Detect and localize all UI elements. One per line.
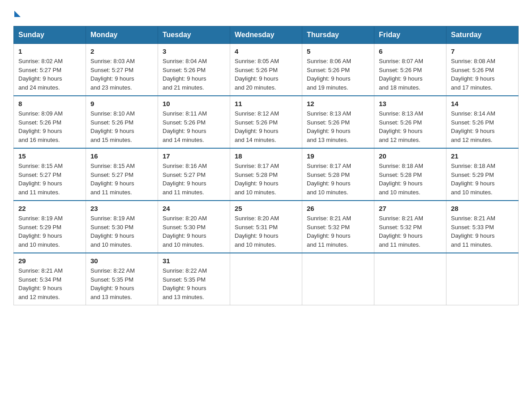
day-number: 21 — [451, 152, 514, 160]
day-info: Sunrise: 8:22 AM Sunset: 5:35 PM Dayligh… — [163, 266, 225, 301]
day-number: 26 — [307, 205, 369, 212]
day-number: 22 — [18, 205, 81, 212]
day-number: 14 — [451, 100, 514, 107]
day-info: Sunrise: 8:09 AM Sunset: 5:26 PM Dayligh… — [18, 109, 81, 144]
day-info: Sunrise: 8:21 AM Sunset: 5:32 PM Dayligh… — [379, 214, 442, 249]
logo — [13, 9, 21, 17]
day-number: 24 — [163, 205, 225, 212]
calendar-cell: 26 Sunrise: 8:21 AM Sunset: 5:32 PM Dayl… — [302, 201, 374, 253]
calendar-cell: 3 Sunrise: 8:04 AM Sunset: 5:26 PM Dayli… — [158, 44, 230, 96]
day-info: Sunrise: 8:19 AM Sunset: 5:29 PM Dayligh… — [18, 214, 81, 249]
day-number: 16 — [90, 152, 153, 160]
day-info: Sunrise: 8:07 AM Sunset: 5:26 PM Dayligh… — [379, 57, 442, 92]
calendar-cell: 8 Sunrise: 8:09 AM Sunset: 5:26 PM Dayli… — [14, 96, 86, 148]
day-info: Sunrise: 8:06 AM Sunset: 5:26 PM Dayligh… — [307, 57, 369, 92]
logo-arrow-icon — [14, 11, 21, 17]
header-row: SundayMondayTuesdayWednesdayThursdayFrid… — [14, 26, 519, 44]
calendar-cell: 12 Sunrise: 8:13 AM Sunset: 5:26 PM Dayl… — [302, 96, 374, 148]
calendar-cell: 29 Sunrise: 8:21 AM Sunset: 5:34 PM Dayl… — [14, 253, 86, 305]
calendar-body: 1 Sunrise: 8:02 AM Sunset: 5:27 PM Dayli… — [14, 44, 519, 305]
week-row-4: 22 Sunrise: 8:19 AM Sunset: 5:29 PM Dayl… — [14, 201, 519, 253]
calendar-cell: 22 Sunrise: 8:19 AM Sunset: 5:29 PM Dayl… — [14, 201, 86, 253]
header-friday: Friday — [374, 26, 446, 44]
day-info: Sunrise: 8:15 AM Sunset: 5:27 PM Dayligh… — [90, 162, 153, 197]
day-number: 28 — [451, 205, 514, 212]
day-info: Sunrise: 8:21 AM Sunset: 5:33 PM Dayligh… — [451, 214, 514, 249]
header-thursday: Thursday — [302, 26, 374, 44]
day-info: Sunrise: 8:15 AM Sunset: 5:27 PM Dayligh… — [18, 162, 81, 197]
header-monday: Monday — [86, 26, 158, 44]
day-info: Sunrise: 8:20 AM Sunset: 5:31 PM Dayligh… — [235, 214, 297, 249]
day-info: Sunrise: 8:21 AM Sunset: 5:32 PM Dayligh… — [307, 214, 369, 249]
day-number: 29 — [18, 257, 81, 265]
day-number: 4 — [235, 47, 297, 55]
day-number: 10 — [163, 100, 225, 107]
day-info: Sunrise: 8:17 AM Sunset: 5:28 PM Dayligh… — [235, 162, 297, 197]
day-number: 7 — [451, 47, 514, 55]
calendar-cell: 25 Sunrise: 8:20 AM Sunset: 5:31 PM Dayl… — [230, 201, 302, 253]
week-row-3: 15 Sunrise: 8:15 AM Sunset: 5:27 PM Dayl… — [14, 148, 519, 201]
header-saturday: Saturday — [446, 26, 519, 44]
day-info: Sunrise: 8:18 AM Sunset: 5:29 PM Dayligh… — [451, 162, 514, 197]
calendar-cell: 21 Sunrise: 8:18 AM Sunset: 5:29 PM Dayl… — [446, 148, 519, 201]
day-number: 30 — [90, 257, 153, 265]
day-number: 19 — [307, 152, 369, 160]
day-info: Sunrise: 8:18 AM Sunset: 5:28 PM Dayligh… — [379, 162, 442, 197]
calendar-cell: 20 Sunrise: 8:18 AM Sunset: 5:28 PM Dayl… — [374, 148, 446, 201]
day-number: 9 — [90, 100, 153, 107]
calendar-cell: 7 Sunrise: 8:08 AM Sunset: 5:26 PM Dayli… — [446, 44, 519, 96]
day-number: 27 — [379, 205, 442, 212]
day-number: 1 — [18, 47, 81, 55]
day-number: 18 — [235, 152, 297, 160]
day-number: 13 — [379, 100, 442, 107]
day-info: Sunrise: 8:11 AM Sunset: 5:26 PM Dayligh… — [163, 109, 225, 144]
calendar-cell: 5 Sunrise: 8:06 AM Sunset: 5:26 PM Dayli… — [302, 44, 374, 96]
week-row-2: 8 Sunrise: 8:09 AM Sunset: 5:26 PM Dayli… — [14, 96, 519, 148]
day-number: 31 — [163, 257, 225, 265]
day-number: 25 — [235, 205, 297, 212]
day-info: Sunrise: 8:02 AM Sunset: 5:27 PM Dayligh… — [18, 57, 81, 92]
calendar-cell: 15 Sunrise: 8:15 AM Sunset: 5:27 PM Dayl… — [14, 148, 86, 201]
calendar-cell: 17 Sunrise: 8:16 AM Sunset: 5:27 PM Dayl… — [158, 148, 230, 201]
calendar-cell: 31 Sunrise: 8:22 AM Sunset: 5:35 PM Dayl… — [158, 253, 230, 305]
day-number: 8 — [18, 100, 81, 107]
calendar-cell: 30 Sunrise: 8:22 AM Sunset: 5:35 PM Dayl… — [86, 253, 158, 305]
day-info: Sunrise: 8:21 AM Sunset: 5:34 PM Dayligh… — [18, 266, 81, 301]
calendar-cell: 4 Sunrise: 8:05 AM Sunset: 5:26 PM Dayli… — [230, 44, 302, 96]
calendar-cell: 23 Sunrise: 8:19 AM Sunset: 5:30 PM Dayl… — [86, 201, 158, 253]
calendar-cell: 19 Sunrise: 8:17 AM Sunset: 5:28 PM Dayl… — [302, 148, 374, 201]
calendar-cell: 24 Sunrise: 8:20 AM Sunset: 5:30 PM Dayl… — [158, 201, 230, 253]
calendar-cell: 18 Sunrise: 8:17 AM Sunset: 5:28 PM Dayl… — [230, 148, 302, 201]
day-number: 15 — [18, 152, 81, 160]
day-info: Sunrise: 8:17 AM Sunset: 5:28 PM Dayligh… — [307, 162, 369, 197]
week-row-5: 29 Sunrise: 8:21 AM Sunset: 5:34 PM Dayl… — [14, 253, 519, 305]
calendar-cell: 27 Sunrise: 8:21 AM Sunset: 5:32 PM Dayl… — [374, 201, 446, 253]
calendar-cell: 16 Sunrise: 8:15 AM Sunset: 5:27 PM Dayl… — [86, 148, 158, 201]
day-info: Sunrise: 8:10 AM Sunset: 5:26 PM Dayligh… — [90, 109, 153, 144]
calendar-cell: 6 Sunrise: 8:07 AM Sunset: 5:26 PM Dayli… — [374, 44, 446, 96]
day-info: Sunrise: 8:19 AM Sunset: 5:30 PM Dayligh… — [90, 214, 153, 249]
day-number: 12 — [307, 100, 369, 107]
day-info: Sunrise: 8:12 AM Sunset: 5:26 PM Dayligh… — [235, 109, 297, 144]
day-info: Sunrise: 8:16 AM Sunset: 5:27 PM Dayligh… — [163, 162, 225, 197]
calendar-cell: 9 Sunrise: 8:10 AM Sunset: 5:26 PM Dayli… — [86, 96, 158, 148]
day-info: Sunrise: 8:20 AM Sunset: 5:30 PM Dayligh… — [163, 214, 225, 249]
day-number: 20 — [379, 152, 442, 160]
day-number: 2 — [90, 47, 153, 55]
day-number: 11 — [235, 100, 297, 107]
header-wednesday: Wednesday — [230, 26, 302, 44]
calendar-cell — [302, 253, 374, 305]
day-number: 17 — [163, 152, 225, 160]
day-number: 23 — [90, 205, 153, 212]
calendar-cell: 2 Sunrise: 8:03 AM Sunset: 5:27 PM Dayli… — [86, 44, 158, 96]
day-number: 3 — [163, 47, 225, 55]
day-info: Sunrise: 8:05 AM Sunset: 5:26 PM Dayligh… — [235, 57, 297, 92]
page-header — [13, 9, 519, 17]
calendar-cell: 13 Sunrise: 8:13 AM Sunset: 5:26 PM Dayl… — [374, 96, 446, 148]
day-info: Sunrise: 8:08 AM Sunset: 5:26 PM Dayligh… — [451, 57, 514, 92]
day-info: Sunrise: 8:04 AM Sunset: 5:26 PM Dayligh… — [163, 57, 225, 92]
day-info: Sunrise: 8:03 AM Sunset: 5:27 PM Dayligh… — [90, 57, 153, 92]
calendar-cell: 14 Sunrise: 8:14 AM Sunset: 5:26 PM Dayl… — [446, 96, 519, 148]
calendar-cell — [374, 253, 446, 305]
header-tuesday: Tuesday — [158, 26, 230, 44]
